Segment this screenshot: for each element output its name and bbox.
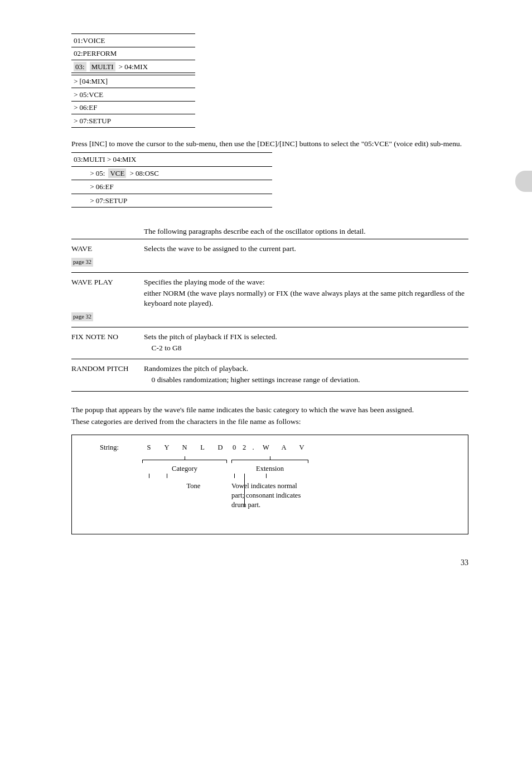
submenu-vce-post: > 08:OSC [129, 168, 158, 179]
char-6: 2 [239, 443, 249, 454]
string-label: String: [79, 443, 140, 454]
submenu-highlight-vce: VCE [108, 168, 126, 179]
char-1: Y [158, 443, 176, 454]
cat-sub-tone: Tone [176, 481, 211, 510]
char-10: V [293, 443, 311, 454]
menu-row-voice: 01:VOICE [71, 34, 195, 47]
opt-desc-wave: Selects the wave to be assigned to the c… [144, 244, 468, 254]
submenu-row-mix: 03:MULTI > 04:MIX [71, 153, 272, 167]
char-4: D [211, 443, 229, 454]
opt-label-waveplay: WAVE PLAY [71, 277, 144, 287]
char-5: 0 [229, 443, 239, 454]
char-0: S [140, 443, 158, 454]
opt-desc-random: Randomizes the pitch of playback. [144, 364, 468, 374]
page-ref-tag: page 32 [71, 312, 93, 321]
menu-row-setup: > 07:SETUP [71, 114, 195, 128]
instruction-paragraph: Press [INC] to move the cursor to the su… [71, 139, 468, 149]
opt-row-random: RANDOM PITCH Randomizes the pitch of pla… [71, 359, 468, 391]
menu-row-multi: 03: MULTI > 04:MIX [71, 60, 195, 73]
opt-desc-fixnote: Sets the pitch of playback if FIX is sel… [144, 332, 468, 342]
submenu-row-setup: > 07:SETUP [71, 194, 272, 208]
menu-box: 01:VOICE 02:PERFORM 03: MULTI > 04:MIX >… [71, 33, 195, 128]
opt-extra-fixnote: C-2 to G8 [144, 343, 468, 353]
submenu-vce-pre: > 05: [74, 168, 105, 179]
page-ref-tag: page 32 [71, 258, 93, 267]
opt-desc-waveplay: Specifies the playing mode of the wave: [144, 277, 468, 287]
options-header: The following paragraphs describe each o… [71, 226, 468, 239]
opt-row-wave: WAVE Selects the wave to be assigned to … [71, 239, 468, 272]
group-label-category: Category [140, 464, 229, 474]
menu-row-vce: > 05:VCE [71, 88, 195, 102]
brace-category [140, 454, 229, 464]
char-3: L [194, 443, 211, 454]
menu-row-perform: 02:PERFORM [71, 47, 195, 61]
page-content: 01:VOICE 02:PERFORM 03: MULTI > 04:MIX >… [0, 0, 532, 591]
menu-highlight-03: 03: [74, 62, 86, 72]
brace-extension [229, 454, 311, 464]
menu-highlight-multi: MULTI [90, 62, 115, 72]
page-number: 33 [71, 558, 468, 568]
opt-extra-waveplay: either NORM (the wave plays normally) or… [144, 288, 468, 308]
opt-label-wave: WAVE [71, 244, 144, 254]
char-8: W [257, 443, 275, 454]
submenu-row-ef: > 06:EF [71, 180, 272, 194]
options-table: The following paragraphs describe each o… [71, 226, 468, 391]
submenu-row-vce: > 05: VCE > 08:OSC [71, 167, 272, 181]
opt-extra-random: 0 disables randomization; higher setting… [144, 375, 468, 385]
deriv-intro-1: The popup that appears by the wave's fil… [71, 405, 468, 415]
char-2: N [176, 443, 194, 454]
opt-label-random: RANDOM PITCH [71, 364, 144, 374]
opt-row-fixnote: FIX NOTE NO Sets the pitch of playback i… [71, 327, 468, 359]
char-7: . [249, 443, 257, 454]
derivation-text: The popup that appears by the wave's fil… [71, 405, 468, 427]
vowel-note: Vowel indicates normal part; consonant i… [229, 481, 311, 510]
cat-sub-1 [140, 481, 176, 510]
options-header-c1 [71, 226, 144, 237]
derivation-box: String: S Y N L D 0 2 . W A V [71, 435, 468, 534]
menu-row-multi-rest: > 04:MIX [119, 62, 148, 72]
opt-label-fixnote: FIX NOTE NO [71, 332, 144, 342]
group-label-extension: Extension [229, 464, 311, 474]
menu-row-ef: > 06:EF [71, 102, 195, 115]
opt-row-waveplay: WAVE PLAY Specifies the playing mode of … [71, 273, 468, 327]
submenu-box: 03:MULTI > 04:MIX > 05: VCE > 08:OSC > 0… [71, 152, 272, 208]
cat-sub-3 [211, 481, 229, 510]
menu-row-mix: > [04:MIX] [71, 75, 195, 89]
deriv-intro-2: These categories are derived from the ch… [71, 417, 468, 427]
char-9: A [275, 443, 293, 454]
derivation-table: String: S Y N L D 0 2 . W A V [79, 443, 461, 525]
options-header-c2: The following paragraphs describe each o… [144, 226, 468, 237]
